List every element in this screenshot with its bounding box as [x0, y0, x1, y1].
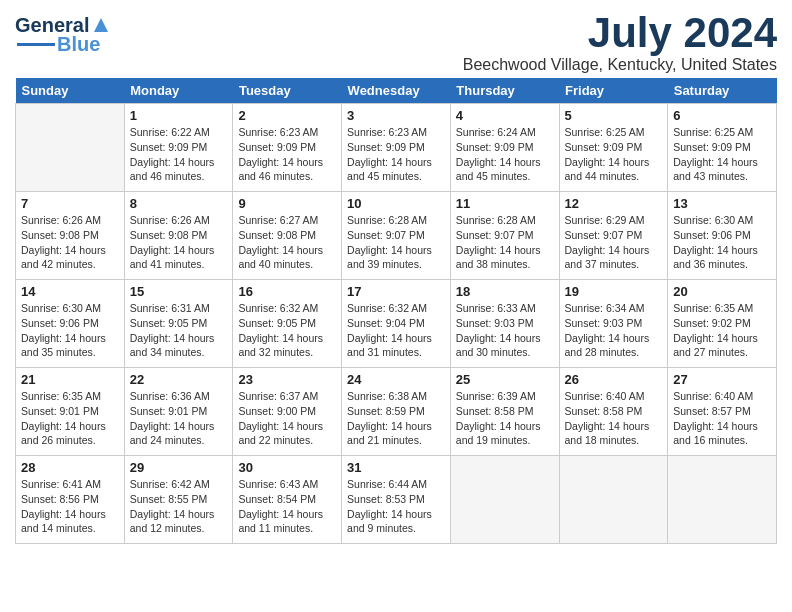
day-info: Sunrise: 6:43 AM Sunset: 8:54 PM Dayligh… [238, 477, 336, 536]
calendar-cell: 17Sunrise: 6:32 AM Sunset: 9:04 PM Dayli… [342, 280, 451, 368]
weekday-header-friday: Friday [559, 78, 668, 104]
logo: General Blue [15, 14, 112, 56]
calendar-cell: 25Sunrise: 6:39 AM Sunset: 8:58 PM Dayli… [450, 368, 559, 456]
day-info: Sunrise: 6:40 AM Sunset: 8:58 PM Dayligh… [565, 389, 663, 448]
day-info: Sunrise: 6:41 AM Sunset: 8:56 PM Dayligh… [21, 477, 119, 536]
day-info: Sunrise: 6:25 AM Sunset: 9:09 PM Dayligh… [673, 125, 771, 184]
calendar-cell: 15Sunrise: 6:31 AM Sunset: 9:05 PM Dayli… [124, 280, 233, 368]
day-number: 2 [238, 108, 336, 123]
day-info: Sunrise: 6:24 AM Sunset: 9:09 PM Dayligh… [456, 125, 554, 184]
day-number: 14 [21, 284, 119, 299]
weekday-header-row: SundayMondayTuesdayWednesdayThursdayFrid… [16, 78, 777, 104]
day-info: Sunrise: 6:36 AM Sunset: 9:01 PM Dayligh… [130, 389, 228, 448]
day-number: 28 [21, 460, 119, 475]
day-number: 7 [21, 196, 119, 211]
calendar-cell: 23Sunrise: 6:37 AM Sunset: 9:00 PM Dayli… [233, 368, 342, 456]
day-info: Sunrise: 6:23 AM Sunset: 9:09 PM Dayligh… [347, 125, 445, 184]
calendar-cell: 16Sunrise: 6:32 AM Sunset: 9:05 PM Dayli… [233, 280, 342, 368]
calendar-cell: 22Sunrise: 6:36 AM Sunset: 9:01 PM Dayli… [124, 368, 233, 456]
calendar-cell: 12Sunrise: 6:29 AM Sunset: 9:07 PM Dayli… [559, 192, 668, 280]
day-info: Sunrise: 6:22 AM Sunset: 9:09 PM Dayligh… [130, 125, 228, 184]
day-number: 6 [673, 108, 771, 123]
day-info: Sunrise: 6:37 AM Sunset: 9:00 PM Dayligh… [238, 389, 336, 448]
day-info: Sunrise: 6:35 AM Sunset: 9:01 PM Dayligh… [21, 389, 119, 448]
day-info: Sunrise: 6:30 AM Sunset: 9:06 PM Dayligh… [21, 301, 119, 360]
day-info: Sunrise: 6:32 AM Sunset: 9:04 PM Dayligh… [347, 301, 445, 360]
svg-marker-0 [94, 18, 108, 32]
day-info: Sunrise: 6:23 AM Sunset: 9:09 PM Dayligh… [238, 125, 336, 184]
month-title: July 2024 [463, 10, 777, 56]
logo-blue: Blue [57, 33, 100, 56]
calendar-cell: 19Sunrise: 6:34 AM Sunset: 9:03 PM Dayli… [559, 280, 668, 368]
day-info: Sunrise: 6:44 AM Sunset: 8:53 PM Dayligh… [347, 477, 445, 536]
day-number: 3 [347, 108, 445, 123]
calendar-cell: 5Sunrise: 6:25 AM Sunset: 9:09 PM Daylig… [559, 104, 668, 192]
calendar-cell: 30Sunrise: 6:43 AM Sunset: 8:54 PM Dayli… [233, 456, 342, 544]
calendar-cell: 2Sunrise: 6:23 AM Sunset: 9:09 PM Daylig… [233, 104, 342, 192]
day-number: 16 [238, 284, 336, 299]
day-number: 12 [565, 196, 663, 211]
weekday-header-sunday: Sunday [16, 78, 125, 104]
day-number: 13 [673, 196, 771, 211]
calendar-table: SundayMondayTuesdayWednesdayThursdayFrid… [15, 78, 777, 544]
day-number: 10 [347, 196, 445, 211]
calendar-week-2: 7Sunrise: 6:26 AM Sunset: 9:08 PM Daylig… [16, 192, 777, 280]
calendar-cell: 8Sunrise: 6:26 AM Sunset: 9:08 PM Daylig… [124, 192, 233, 280]
calendar-cell: 6Sunrise: 6:25 AM Sunset: 9:09 PM Daylig… [668, 104, 777, 192]
calendar-cell: 3Sunrise: 6:23 AM Sunset: 9:09 PM Daylig… [342, 104, 451, 192]
day-number: 23 [238, 372, 336, 387]
calendar-cell: 10Sunrise: 6:28 AM Sunset: 9:07 PM Dayli… [342, 192, 451, 280]
title-block: July 2024 Beechwood Village, Kentucky, U… [463, 10, 777, 74]
day-number: 19 [565, 284, 663, 299]
calendar-cell: 18Sunrise: 6:33 AM Sunset: 9:03 PM Dayli… [450, 280, 559, 368]
day-info: Sunrise: 6:38 AM Sunset: 8:59 PM Dayligh… [347, 389, 445, 448]
day-number: 30 [238, 460, 336, 475]
day-number: 17 [347, 284, 445, 299]
calendar-cell [16, 104, 125, 192]
day-number: 20 [673, 284, 771, 299]
day-number: 18 [456, 284, 554, 299]
day-number: 11 [456, 196, 554, 211]
calendar-cell: 24Sunrise: 6:38 AM Sunset: 8:59 PM Dayli… [342, 368, 451, 456]
day-number: 4 [456, 108, 554, 123]
weekday-header-saturday: Saturday [668, 78, 777, 104]
calendar-cell: 7Sunrise: 6:26 AM Sunset: 9:08 PM Daylig… [16, 192, 125, 280]
day-info: Sunrise: 6:25 AM Sunset: 9:09 PM Dayligh… [565, 125, 663, 184]
day-info: Sunrise: 6:40 AM Sunset: 8:57 PM Dayligh… [673, 389, 771, 448]
day-info: Sunrise: 6:31 AM Sunset: 9:05 PM Dayligh… [130, 301, 228, 360]
day-number: 8 [130, 196, 228, 211]
day-number: 26 [565, 372, 663, 387]
calendar-cell [450, 456, 559, 544]
day-info: Sunrise: 6:32 AM Sunset: 9:05 PM Dayligh… [238, 301, 336, 360]
calendar-week-4: 21Sunrise: 6:35 AM Sunset: 9:01 PM Dayli… [16, 368, 777, 456]
weekday-header-tuesday: Tuesday [233, 78, 342, 104]
day-number: 29 [130, 460, 228, 475]
calendar-cell: 4Sunrise: 6:24 AM Sunset: 9:09 PM Daylig… [450, 104, 559, 192]
day-info: Sunrise: 6:33 AM Sunset: 9:03 PM Dayligh… [456, 301, 554, 360]
day-info: Sunrise: 6:39 AM Sunset: 8:58 PM Dayligh… [456, 389, 554, 448]
day-info: Sunrise: 6:42 AM Sunset: 8:55 PM Dayligh… [130, 477, 228, 536]
day-info: Sunrise: 6:26 AM Sunset: 9:08 PM Dayligh… [130, 213, 228, 272]
calendar-cell: 14Sunrise: 6:30 AM Sunset: 9:06 PM Dayli… [16, 280, 125, 368]
day-number: 9 [238, 196, 336, 211]
calendar-cell: 20Sunrise: 6:35 AM Sunset: 9:02 PM Dayli… [668, 280, 777, 368]
calendar-cell [559, 456, 668, 544]
calendar-cell: 27Sunrise: 6:40 AM Sunset: 8:57 PM Dayli… [668, 368, 777, 456]
day-info: Sunrise: 6:34 AM Sunset: 9:03 PM Dayligh… [565, 301, 663, 360]
day-info: Sunrise: 6:30 AM Sunset: 9:06 PM Dayligh… [673, 213, 771, 272]
day-info: Sunrise: 6:28 AM Sunset: 9:07 PM Dayligh… [347, 213, 445, 272]
day-number: 22 [130, 372, 228, 387]
calendar-cell: 1Sunrise: 6:22 AM Sunset: 9:09 PM Daylig… [124, 104, 233, 192]
calendar-cell: 29Sunrise: 6:42 AM Sunset: 8:55 PM Dayli… [124, 456, 233, 544]
weekday-header-thursday: Thursday [450, 78, 559, 104]
day-info: Sunrise: 6:28 AM Sunset: 9:07 PM Dayligh… [456, 213, 554, 272]
calendar-cell: 11Sunrise: 6:28 AM Sunset: 9:07 PM Dayli… [450, 192, 559, 280]
weekday-header-wednesday: Wednesday [342, 78, 451, 104]
calendar-cell: 13Sunrise: 6:30 AM Sunset: 9:06 PM Dayli… [668, 192, 777, 280]
day-info: Sunrise: 6:29 AM Sunset: 9:07 PM Dayligh… [565, 213, 663, 272]
location-title: Beechwood Village, Kentucky, United Stat… [463, 56, 777, 74]
calendar-cell: 31Sunrise: 6:44 AM Sunset: 8:53 PM Dayli… [342, 456, 451, 544]
calendar-cell [668, 456, 777, 544]
day-number: 25 [456, 372, 554, 387]
calendar-week-5: 28Sunrise: 6:41 AM Sunset: 8:56 PM Dayli… [16, 456, 777, 544]
